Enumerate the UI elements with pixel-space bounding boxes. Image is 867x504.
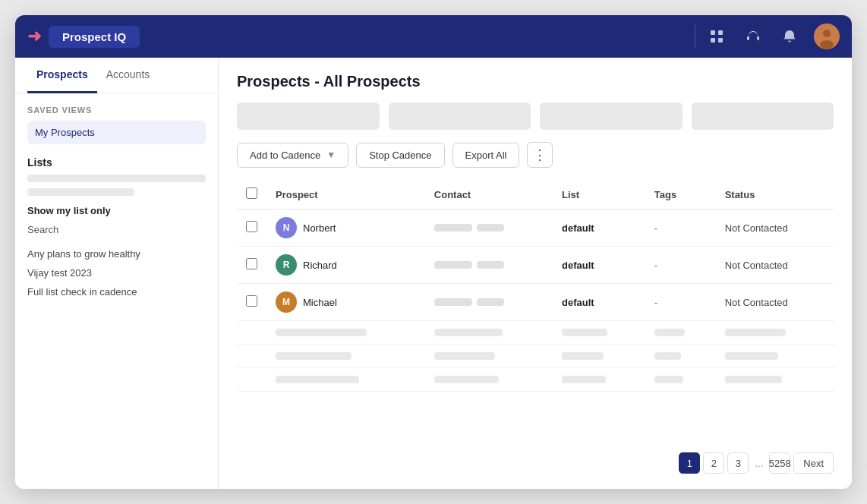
col-prospect: Prospect [266,180,425,209]
row-list-cell-2: default [553,284,645,321]
contact-dot-0a [434,224,472,232]
lists-title: Lists [27,156,206,169]
skeleton-bar-2d [654,376,683,383]
page-button-2[interactable]: 2 [703,452,724,474]
skeleton-bar-0b [434,329,503,336]
row-status-value-2: Not Contacted [725,297,788,308]
row-contact-cell-0 [425,209,553,247]
row-tags-cell-0: - [645,209,716,247]
prospect-name-cell-2: M Michael [276,291,416,313]
stat-skeleton-1 [237,102,380,130]
select-all-header [237,180,266,209]
row-status-value-1: Not Contacted [725,260,788,271]
skeleton-row-1 [237,345,834,368]
prospect-avatar-0: N [276,217,297,238]
row-checkbox-0[interactable] [246,221,257,232]
contact-skeleton-2 [434,298,544,306]
app-window: ➜ Prospect IQ [15,15,852,489]
contact-dot-0b [477,224,504,232]
skeleton-list-0 [553,321,645,345]
prospect-name-0[interactable]: Norbert [303,222,336,234]
export-all-button[interactable]: Export All [452,143,520,168]
skeleton-row-2 [237,368,834,392]
row-prospect-cell-0: N Norbert [266,209,425,247]
row-checkbox-1[interactable] [246,258,257,269]
saved-view-my-prospects[interactable]: My Prospects [27,121,206,144]
row-checkbox-2[interactable] [246,295,257,307]
row-status-cell-2: Not Contacted [716,284,834,321]
skeleton-bar-2b [434,376,499,383]
app-title: Prospect IQ [49,26,140,48]
skeleton-status-1 [716,345,834,368]
user-avatar[interactable] [814,24,840,49]
prospects-table: Prospect Contact List Tags Status [237,180,834,392]
row-list-value-0: default [562,222,594,234]
stat-skeleton-2 [389,102,531,130]
svg-rect-4 [748,36,749,39]
svg-rect-1 [718,30,723,35]
skeleton-bar-2c [562,376,606,383]
tab-prospects[interactable]: Prospects [27,58,97,93]
grid-icon[interactable] [705,24,729,49]
tab-accounts[interactable]: Accounts [97,58,159,93]
contact-dot-1b [477,261,504,269]
skeleton-bar-2e [725,376,782,383]
row-status-cell-0: Not Contacted [716,209,834,247]
col-contact: Contact [425,180,553,209]
contact-dot-2a [434,298,472,306]
row-status-cell-1: Not Contacted [716,247,834,284]
svg-point-8 [820,40,834,49]
skeleton-bar-0d [654,329,685,336]
back-arrow-icon[interactable]: ➜ [27,27,41,46]
row-list-value-1: default [562,260,594,271]
svg-rect-3 [718,38,723,43]
stat-skeleton-4 [692,102,834,130]
prospect-name-1[interactable]: Richard [303,260,337,271]
page-button-3[interactable]: 3 [727,452,749,474]
prospect-avatar-1: R [276,254,297,276]
skeleton-bar-1c [562,352,604,360]
page-next-button[interactable]: Next [793,452,834,474]
contact-dot-2b [477,298,504,306]
notification-icon[interactable] [777,24,802,49]
page-button-last[interactable]: 5258 [769,452,790,474]
stat-skeleton-3 [540,102,683,130]
table-row: N Norbert default [237,209,834,247]
skeleton-status-0 [716,321,834,345]
page-button-1[interactable]: 1 [679,452,700,474]
add-cadence-button[interactable]: Add to Cadence ▼ [237,143,348,168]
table-header-row: Prospect Contact List Tags Status [237,180,834,209]
table-row: R Richard default [237,247,834,284]
skeleton-row-0 [237,321,834,345]
stop-cadence-button[interactable]: Stop Cadence [356,143,444,168]
col-status: Status [716,180,834,209]
list-item-0[interactable]: Any plans to grow healthy [27,244,206,263]
list-item-1[interactable]: Vijay test 2023 [27,263,206,282]
content-area: Prospects - All Prospects Add to Cadence… [219,58,852,489]
table-head: Prospect Contact List Tags Status [237,180,834,209]
headset-icon[interactable] [741,24,765,49]
list-item-2[interactable]: Full list check in cadence [27,282,206,301]
top-nav: ➜ Prospect IQ [15,15,852,58]
saved-views-title: SAVED VIEWS [27,106,206,115]
skeleton-check-1 [237,345,266,368]
skeleton-prospect-1 [266,345,425,368]
svg-rect-0 [711,30,715,35]
more-options-button[interactable]: ⋮ [527,142,553,168]
prospect-name-cell-1: R Richard [276,254,416,276]
row-list-cell-0: default [553,209,645,247]
col-list: List [553,180,645,209]
prospect-name-2[interactable]: Michael [303,297,337,308]
skeleton-bar-0a [276,329,367,336]
table-body: N Norbert default [237,209,834,392]
skeleton-list-2 [553,368,645,392]
skeleton-prospect-0 [266,321,425,345]
skeleton-contact-1 [425,345,553,368]
contact-skeleton-0 [434,224,544,232]
select-all-checkbox[interactable] [246,187,257,199]
list-skeleton-1 [27,175,206,182]
skeleton-tags-1 [645,345,716,368]
search-label[interactable]: Search [27,221,206,238]
row-checkbox-cell-0 [237,209,266,247]
row-prospect-cell-1: R Richard [266,247,425,284]
